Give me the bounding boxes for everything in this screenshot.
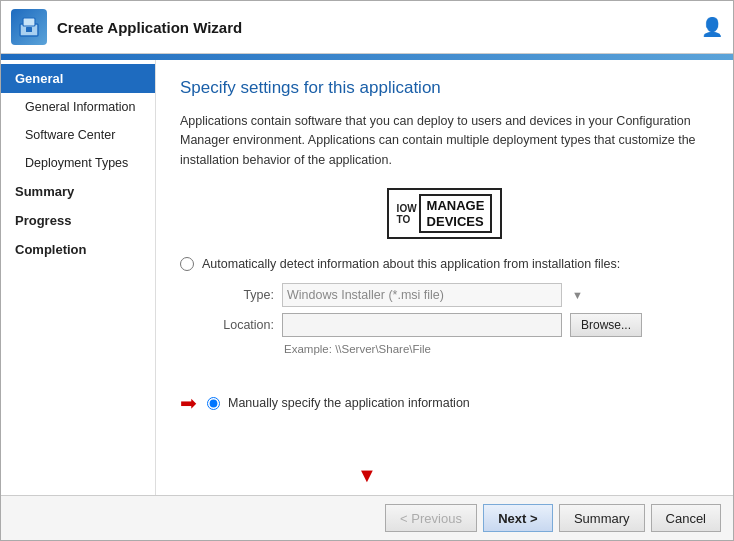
logo-text-box: MANAGE DEVICES [419, 194, 493, 233]
content-area: General General Information Software Cen… [1, 60, 733, 495]
location-input[interactable] [282, 313, 562, 337]
manage-devices-logo: IOWTO MANAGE DEVICES [387, 188, 503, 239]
logo-iow: IOWTO [397, 203, 417, 225]
red-arrow-icon: ➡ [180, 391, 197, 415]
user-icon: 👤 [701, 16, 723, 38]
type-row: Type: Windows Installer (*.msi file) ▼ [204, 283, 709, 307]
sidebar-item-deployment-types[interactable]: Deployment Types [1, 149, 155, 177]
auto-detect-radio[interactable] [180, 257, 194, 271]
select-arrow-icon: ▼ [572, 289, 592, 301]
auto-detect-label: Automatically detect information about t… [202, 257, 620, 271]
window-title: Create Application Wizard [57, 19, 691, 36]
location-row: Location: Browse... [204, 313, 709, 337]
main-panel: Specify settings for this application Ap… [156, 60, 733, 495]
logo-area: IOWTO MANAGE DEVICES [180, 188, 709, 239]
title-bar: Create Application Wizard 👤 [1, 1, 733, 54]
wizard-icon [11, 9, 47, 45]
cancel-button[interactable]: Cancel [651, 504, 721, 532]
page-title: Specify settings for this application [180, 78, 709, 98]
sidebar-item-software-center[interactable]: Software Center [1, 121, 155, 149]
example-text: Example: \\Server\Share\File [284, 343, 709, 355]
sidebar-item-progress[interactable]: Progress [1, 206, 155, 235]
description-text: Applications contain software that you c… [180, 112, 700, 170]
sidebar-item-general[interactable]: General [1, 64, 155, 93]
sidebar: General General Information Software Cen… [1, 60, 156, 495]
summary-button[interactable]: Summary [559, 504, 645, 532]
svg-rect-2 [26, 27, 32, 32]
sidebar-item-completion[interactable]: Completion [1, 235, 155, 264]
type-label: Type: [204, 288, 274, 302]
sidebar-item-summary[interactable]: Summary [1, 177, 155, 206]
sidebar-item-general-information[interactable]: General Information [1, 93, 155, 121]
logo-manage: MANAGE [427, 198, 485, 214]
auto-detect-row: Automatically detect information about t… [180, 257, 709, 271]
footer: ▼ < Previous Next > Summary Cancel [1, 495, 733, 540]
logo-devices: DEVICES [427, 214, 485, 230]
previous-button[interactable]: < Previous [385, 504, 477, 532]
manual-specify-radio[interactable] [207, 397, 220, 410]
application-wizard-window: Create Application Wizard 👤 General Gene… [0, 0, 734, 541]
svg-rect-1 [23, 18, 35, 26]
type-form-group: Type: Windows Installer (*.msi file) ▼ L… [204, 283, 709, 369]
location-label: Location: [204, 318, 274, 332]
manual-specify-label: Manually specify the application informa… [228, 396, 470, 410]
manual-specify-row: ➡ Manually specify the application infor… [180, 391, 709, 415]
down-arrow-indicator: ▼ [357, 464, 377, 487]
next-button[interactable]: Next > [483, 504, 553, 532]
browse-button[interactable]: Browse... [570, 313, 642, 337]
type-select[interactable]: Windows Installer (*.msi file) [282, 283, 562, 307]
